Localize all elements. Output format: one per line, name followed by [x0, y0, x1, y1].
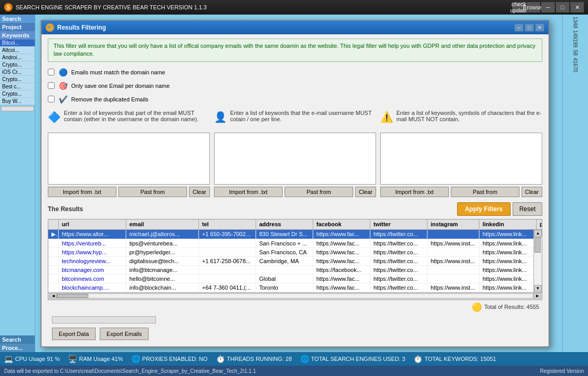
table-row[interactable]: bitcoinnews.comhello@bitcoinne...Globalh…	[48, 275, 542, 283]
reset-button[interactable]: Reset	[513, 202, 542, 216]
table-cell: https://www.link...	[479, 239, 537, 248]
checkbox-domain-match[interactable]	[48, 69, 55, 75]
table-cell: tips@venturebea...	[126, 239, 199, 248]
past-btn-1[interactable]: Past from	[285, 187, 353, 197]
export-data-button[interactable]: Export Data	[52, 328, 96, 340]
import-btn-2[interactable]: Import from .txt	[380, 187, 449, 197]
sidebar: Search Project Keywords Bitcoi... Altcoi…	[0, 15, 35, 352]
cpu-label: CPU Usage 91 %	[15, 356, 60, 362]
total-icon: 🟡	[472, 302, 482, 312]
table-cell	[256, 266, 313, 274]
filter-header-text-2: Enter a list of keywords, symbols of cha…	[396, 110, 542, 122]
maximize-button[interactable]: □	[556, 2, 569, 12]
checkbox-one-email[interactable]	[48, 82, 55, 89]
table-header: url email tel address facebook twitter i…	[48, 219, 542, 230]
table-cell: btcmanager.com	[59, 266, 126, 274]
table-row[interactable]: ▶https://www.altor...michael.j@altoros..…	[48, 230, 542, 239]
table-cell	[48, 275, 59, 283]
table-cell: technologyreview...	[59, 257, 126, 265]
filter-icon-0: 🔷	[48, 111, 61, 123]
scroll-down-btn[interactable]: ▼	[534, 285, 542, 292]
clear-btn-1[interactable]: Clear	[355, 187, 376, 197]
filter-col-2: ⚠️ Enter a list of keywords, symbols of …	[380, 110, 542, 197]
filter-columns: 🔷 Enter a list of keywords that part of …	[48, 110, 542, 197]
filter-textarea-0[interactable]	[48, 133, 210, 185]
sidebar-scrollbar[interactable]	[1, 106, 34, 111]
hscroll-thumb[interactable]	[57, 294, 88, 298]
sidebar-item-4[interactable]: iOS Cr...	[0, 69, 35, 76]
keywords-status: ⏱️ TOTAL KEYWORDS: 15051	[413, 355, 496, 363]
modal-body: This filter will ensure that you will on…	[42, 34, 549, 346]
table-row[interactable]: https://www.hyp...pr@hyperledger...San F…	[48, 248, 542, 257]
app-icon: S	[4, 3, 12, 11]
table-cell: bitcoinnews.com	[59, 275, 126, 283]
title-bar: S SEARCH ENGINE SCRAPER BY CREATIVE BEAR…	[0, 0, 588, 15]
table-horizontal-scrollbar[interactable]: ◀ ▶	[48, 292, 542, 300]
proxies-status: 🌐 PROXIES ENABLED: NO	[131, 355, 208, 363]
table-cell: https://www.link...	[479, 248, 537, 256]
import-btn-0[interactable]: Import from .txt	[48, 187, 116, 197]
modal-close-button[interactable]: ✕	[535, 23, 544, 32]
filter-textarea-2[interactable]	[380, 133, 542, 185]
proxies-label: PROXIES ENABLED: NO	[142, 356, 208, 362]
minimize-button[interactable]: ─	[541, 2, 555, 12]
sidebar-item-2[interactable]: Androi...	[0, 54, 35, 61]
checkbox-domain-label: Emails must match the domain name	[71, 69, 165, 75]
app-title: SEARCH ENGINE SCRAPER BY CREATIVE BEAR T…	[16, 4, 207, 10]
scroll-thumb[interactable]	[534, 237, 541, 253]
scroll-up-btn[interactable]: ▲	[534, 230, 542, 237]
table-row[interactable]: btcmanager.cominfo@btcmanage...https://f…	[48, 266, 542, 275]
table-row[interactable]: technologyreview...digitalissue@tech...+…	[48, 257, 542, 266]
search-engines-status: 🌐 TOTAL SEARCH ENGINES USED: 3	[300, 355, 405, 363]
past-btn-2[interactable]: Past from	[451, 187, 519, 197]
clear-btn-2[interactable]: Clear	[522, 187, 542, 197]
clear-btn-0[interactable]: Clear	[189, 187, 210, 197]
filter-textarea-1[interactable]	[214, 133, 376, 185]
right-num-2: 58	[572, 50, 578, 56]
browser-button[interactable]: Browser	[527, 2, 540, 12]
apply-filters-button[interactable]: Apply Filters	[457, 202, 511, 216]
table-cell: https://www.link...	[479, 283, 537, 292]
sidebar-item-0[interactable]: Bitcoi...	[0, 40, 35, 47]
table-cell: https://ventureb...	[59, 239, 126, 248]
table-cell	[48, 248, 59, 256]
table-row[interactable]: https://ventureb...tips@venturebea...San…	[48, 239, 542, 248]
col-header-linkedin: linkedin	[479, 219, 537, 229]
table-cell: +64 7-360 0411,(…	[199, 283, 256, 292]
modal-minimize-button[interactable]: ─	[514, 23, 524, 32]
sidebar-item-6[interactable]: Best c...	[0, 83, 35, 90]
table-cell: ▶	[48, 230, 59, 239]
filter-buttons-0: Import from .txt Past from Clear	[48, 187, 210, 197]
results-table: url email tel address facebook twitter i…	[48, 219, 542, 300]
col-header-arrow	[48, 219, 59, 229]
export-emails-button[interactable]: Export Emails	[100, 328, 149, 340]
hscroll-right-btn[interactable]: ▶	[533, 293, 541, 299]
keywords-icon: ⏱️	[413, 355, 422, 363]
right-num-0: 1348	[572, 17, 578, 28]
modal-restore-button[interactable]: □	[525, 23, 534, 32]
progress-area	[48, 314, 542, 326]
modal-titlebar: 🔧 Results Filtering ─ □ ✕	[42, 21, 549, 34]
checkbox-row-2: ✔️ Remove the duplicated Emails	[48, 94, 542, 105]
threads-icon: ⏱️	[216, 355, 225, 363]
cpu-icon: 💻	[4, 355, 13, 363]
close-button[interactable]: ✕	[570, 2, 584, 12]
sidebar-item-7[interactable]: Crypto...	[0, 90, 35, 98]
sidebar-item-5[interactable]: Crypto...	[0, 76, 35, 83]
checkbox-row-1: 🎯 Only save one Email per domain name	[48, 81, 542, 91]
table-vertical-scrollbar[interactable]: ▲ ▼	[533, 230, 542, 292]
table-cell	[199, 266, 256, 274]
table-cell: https://www.fac...	[313, 239, 370, 248]
filter-header-text-1: Enter a list of keywords that the e-mail…	[230, 110, 376, 122]
checkbox-remove-dup[interactable]	[48, 96, 55, 102]
sidebar-item-8[interactable]: Buy W...	[0, 98, 35, 105]
import-btn-1[interactable]: Import from .txt	[214, 187, 283, 197]
sidebar-item-3[interactable]: Crypto...	[0, 61, 35, 69]
progress-bar	[52, 316, 156, 323]
sidebar-item-1[interactable]: Altcoi...	[0, 47, 35, 54]
table-row[interactable]: blockchaincamp....info@blockchain...+64 …	[48, 283, 542, 292]
table-cell: +1 617-258-0678...	[199, 257, 256, 265]
table-cell: https://www.link...	[479, 257, 537, 265]
past-btn-0[interactable]: Past from	[118, 187, 187, 197]
hscroll-left-btn[interactable]: ◀	[49, 293, 57, 299]
